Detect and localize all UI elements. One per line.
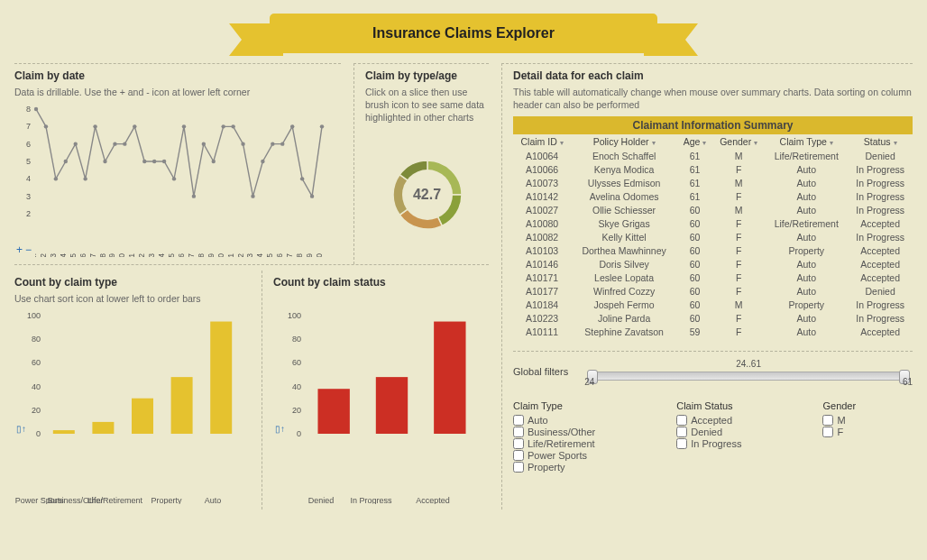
svg-text:Accepted: Accepted xyxy=(416,496,450,504)
sort-icon[interactable]: ▯↑ xyxy=(275,424,285,434)
age-range-slider[interactable]: 24..61 24 61 xyxy=(584,359,913,384)
col-age[interactable]: Age▾ xyxy=(677,134,712,149)
checkbox-gender-f[interactable]: F xyxy=(822,427,856,437)
svg-text:01.21: 01.21 xyxy=(226,253,235,257)
svg-point-9 xyxy=(54,177,58,180)
svg-point-12 xyxy=(83,177,87,180)
svg-rect-91 xyxy=(317,390,349,435)
table-row[interactable]: A10064Enoch Schaffel61MLife/RetirementDe… xyxy=(513,149,913,162)
checkbox-auto[interactable]: Auto xyxy=(513,415,595,426)
col-gender[interactable]: Gender▾ xyxy=(712,134,765,149)
svg-text:01.17: 01.17 xyxy=(187,253,196,257)
checkbox-power-sports[interactable]: Power Sports xyxy=(513,450,595,461)
slider-max-label: 61 xyxy=(903,377,913,387)
table-row[interactable]: A10111Stephine Zavatson59FAutoAccepted xyxy=(513,325,913,338)
filter-group-title: Gender xyxy=(822,400,856,411)
svg-point-18 xyxy=(142,160,146,163)
checkbox-business-other[interactable]: Business/Other xyxy=(513,427,595,437)
table-row[interactable]: A10171Leslee Lopata60FAutoAccepted xyxy=(513,271,913,284)
checkbox-property[interactable]: Property xyxy=(513,462,595,473)
svg-point-23 xyxy=(192,195,196,198)
svg-text:Denied: Denied xyxy=(308,496,335,504)
panel-subtitle: This table will automatically change whe… xyxy=(513,86,913,111)
svg-point-8 xyxy=(44,124,48,128)
line-chart[interactable]: 23456782014..01.0201.0301.0401.0501.0601… xyxy=(14,104,326,257)
table-row[interactable]: A10184Jospeh Fermo60MPropertyIn Progress xyxy=(513,298,913,311)
svg-point-25 xyxy=(212,160,216,163)
donut-chart[interactable]: 42.7 xyxy=(382,150,473,240)
checkbox-denied[interactable]: Denied xyxy=(676,427,741,437)
svg-text:100: 100 xyxy=(27,311,41,320)
svg-point-29 xyxy=(251,195,254,198)
donut-center-value: 42.7 xyxy=(402,170,453,220)
svg-point-31 xyxy=(271,142,274,146)
title-banner: Insurance Claims Explorer xyxy=(229,11,698,56)
svg-text:01.23: 01.23 xyxy=(245,253,254,257)
svg-rect-93 xyxy=(376,377,408,434)
panel-subtitle xyxy=(273,292,489,305)
panel-title: Claim by date xyxy=(14,69,341,82)
checkbox-accepted[interactable]: Accepted xyxy=(676,415,741,426)
svg-text:01.04: 01.04 xyxy=(59,253,68,257)
svg-text:0: 0 xyxy=(297,429,301,438)
col-policy-holder[interactable]: Policy Holder▾ xyxy=(571,134,677,149)
table-row[interactable]: A10080Skye Grigas60FLife/RetirementAccep… xyxy=(513,216,913,230)
svg-point-19 xyxy=(152,160,156,163)
col-claim-id[interactable]: Claim ID▾ xyxy=(513,134,571,149)
svg-point-35 xyxy=(310,195,314,198)
table-row[interactable]: A10177Winfred Cozzy60FAutoDenied xyxy=(513,284,913,298)
table-row[interactable]: A10073Ulysses Edmison61MAutoIn Progress xyxy=(513,176,913,189)
table-row[interactable]: A10142Avelina Odomes61FAutoIn Progress xyxy=(513,189,913,203)
svg-text:60: 60 xyxy=(32,359,41,368)
svg-point-14 xyxy=(103,160,106,163)
panel-detail: Detail data for each claim This table wi… xyxy=(501,63,913,510)
sort-icon[interactable]: ▯↑ xyxy=(16,424,26,434)
table-header-row: Claim ID▾ Policy Holder▾ Age▾ Gender▾ Cl… xyxy=(513,134,913,149)
svg-text:01.30: 01.30 xyxy=(315,253,324,257)
filters-title: Global filters xyxy=(513,366,568,377)
svg-rect-75 xyxy=(53,430,75,434)
sort-caret-icon: ▾ xyxy=(827,139,833,147)
panel-claim-by-type-age: Claim by type/age Click on a slice then … xyxy=(353,63,489,264)
claims-table: Claim ID▾ Policy Holder▾ Age▾ Gender▾ Cl… xyxy=(513,134,913,338)
svg-point-36 xyxy=(320,124,324,128)
table-summary-title: Claimant Information Summary xyxy=(513,116,913,134)
panel-title: Count by claim type xyxy=(14,276,249,289)
svg-text:01.14: 01.14 xyxy=(157,253,166,257)
svg-text:80: 80 xyxy=(32,335,41,344)
bar-chart-claim-type[interactable]: 020406080100Power SportsBusiness/OtherLi… xyxy=(14,310,249,504)
checkbox-life-retirement[interactable]: Life/Retirement xyxy=(513,438,595,449)
table-row[interactable]: A10146Doris Silvey60FAutoAccepted xyxy=(513,257,913,271)
svg-text:01.29: 01.29 xyxy=(305,253,314,257)
col-claim-type[interactable]: Claim Type▾ xyxy=(765,134,848,149)
col-status[interactable]: Status▾ xyxy=(848,134,913,149)
svg-text:01.19: 01.19 xyxy=(207,253,216,257)
svg-text:2: 2 xyxy=(26,209,31,218)
checkbox-gender-m[interactable]: M xyxy=(822,415,856,426)
svg-point-26 xyxy=(221,124,225,128)
svg-rect-95 xyxy=(434,322,465,434)
svg-rect-81 xyxy=(171,377,193,434)
svg-text:7: 7 xyxy=(26,123,31,132)
table-row[interactable]: A10223Joline Parda60FAutoIn Progress xyxy=(513,311,913,325)
slider-range-label: 24..61 xyxy=(736,359,761,369)
sort-caret-icon: ▾ xyxy=(557,139,564,147)
sort-caret-icon: ▾ xyxy=(649,139,656,147)
svg-text:01.12: 01.12 xyxy=(137,253,146,257)
panel-claim-by-date: Claim by date Data is drillable. Use the… xyxy=(14,63,341,264)
table-row[interactable]: A10027Ollie Schiesser60MAutoIn Progress xyxy=(513,203,913,216)
bottom-row: Count by claim type Use chart sort icon … xyxy=(14,264,489,510)
checkbox-in-progress[interactable]: In Progress xyxy=(676,438,741,449)
svg-text:01.15: 01.15 xyxy=(167,253,176,257)
svg-point-22 xyxy=(182,124,186,128)
svg-point-24 xyxy=(202,142,206,146)
svg-point-16 xyxy=(123,142,126,146)
svg-point-32 xyxy=(280,142,284,146)
table-row[interactable]: A10066Kenya Modica61FAutoIn Progress xyxy=(513,162,913,176)
filter-group-claim-status: Claim Status Accepted Denied In Progress xyxy=(676,400,741,473)
svg-point-11 xyxy=(74,142,78,146)
table-row[interactable]: A10082Kelly Kittel60FAutoIn Progress xyxy=(513,230,913,243)
bar-chart-claim-status[interactable]: 020406080100DeniedIn ProgressAccepted xyxy=(273,310,489,504)
table-row[interactable]: A10103Dorthea Mawhinney60FPropertyAccept… xyxy=(513,243,913,257)
page-title: Insurance Claims Explorer xyxy=(270,14,657,53)
